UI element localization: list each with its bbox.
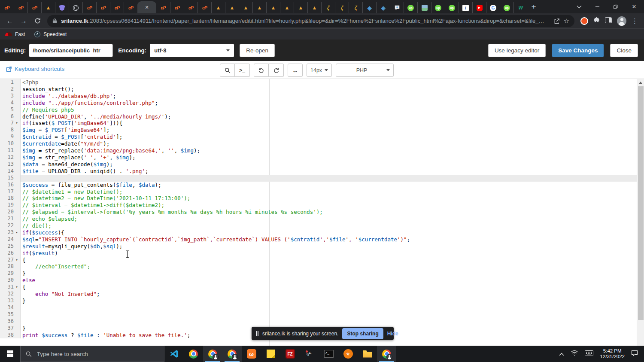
hide-banner-button[interactable]: Hide <box>387 331 398 337</box>
taskbar-app-vscode[interactable] <box>164 346 184 362</box>
code-line-22[interactable]: 22// die(); <box>0 222 637 229</box>
taskbar-app-chrome-profile[interactable] <box>203 346 222 362</box>
tab-cpanel[interactable]: cP <box>156 2 170 13</box>
code-line-30[interactable]: 30else <box>0 277 637 284</box>
code-line-26[interactable]: 26if($result) <box>0 250 637 257</box>
taskbar-app-terminal[interactable]: >_ <box>319 346 338 362</box>
code-line-19[interactable]: 19// $interval = $datetime1->diff($datet… <box>0 202 637 209</box>
fold-arrow-icon[interactable]: ▾ <box>14 229 20 236</box>
language-select[interactable]: PHP <box>336 64 394 77</box>
tab-shield[interactable] <box>55 2 69 13</box>
tab-fire[interactable]: ▲ <box>252 2 266 13</box>
code-line-34[interactable]: 34 <box>0 304 637 311</box>
keyboard-shortcuts-link[interactable]: Keyboard shortcuts <box>6 66 64 72</box>
code-line-31[interactable]: 31▾{ <box>0 284 637 291</box>
tab-youtube[interactable]: ▶ <box>472 2 486 13</box>
code-line-24[interactable]: 24$sql="INSERT INTO `hourly_capture`(`co… <box>0 236 637 243</box>
back-icon[interactable]: ← <box>4 15 15 27</box>
code-editor[interactable]: 1<?php2session_start();3include '../data… <box>0 79 637 346</box>
tab-google[interactable]: G <box>486 2 500 13</box>
code-line-5[interactable]: 5// Requires php5 <box>0 106 637 113</box>
code-line-23[interactable]: 23▾if($success){ <box>0 229 637 236</box>
tab-cpanel[interactable]: cP <box>82 2 96 13</box>
close-button[interactable]: Close <box>610 44 638 57</box>
tab-upwork[interactable]: up <box>500 2 513 13</box>
taskbar-app-filezilla[interactable]: FZ <box>280 346 300 362</box>
tab-cpanel[interactable]: cP <box>124 2 137 13</box>
taskbar-app-snipping-tool[interactable]: ✂ <box>300 346 319 362</box>
code-line-7[interactable]: 7▾if(isset($_POST['imgBase64'])){ <box>0 120 637 127</box>
taskbar-app-xampp[interactable]: ω <box>242 346 261 362</box>
scrollbar-thumb[interactable] <box>638 86 644 320</box>
bookmark-star-icon[interactable]: ☆ <box>564 17 569 25</box>
code-line-18[interactable]: 18// $datetime2 = new DateTime('2021-10-… <box>0 195 637 202</box>
tab-fire[interactable]: ▲ <box>225 2 239 13</box>
legacy-editor-button[interactable]: Use legacy editor <box>488 44 546 57</box>
action-center-icon[interactable] <box>631 350 638 358</box>
tab-fire[interactable]: ▲ <box>280 2 294 13</box>
editor-scrollbar[interactable] <box>637 79 644 346</box>
tab-cpanel[interactable]: cP <box>184 2 197 13</box>
taskbar-app-orange-burst[interactable]: * <box>338 346 358 362</box>
tab-fire[interactable]: ▲ <box>266 2 280 13</box>
code-line-10[interactable]: 10$currentdate=date("Y/m/d"); <box>0 140 637 147</box>
profile-avatar[interactable] <box>617 16 626 26</box>
tab-info[interactable]: i <box>459 2 472 13</box>
code-line-32[interactable]: 32 echo "Not Inserted"; <box>0 291 637 298</box>
minimize-button[interactable] <box>588 0 606 13</box>
code-line-13[interactable]: 13$data = base64_decode($img); <box>0 161 637 168</box>
lock-icon[interactable] <box>52 18 57 24</box>
code-line-11[interactable]: 11$img = str_replace('data:image/png;bas… <box>0 147 637 154</box>
tab-upwork[interactable]: up <box>445 2 459 13</box>
code-line-2[interactable]: 2session_start(); <box>0 86 637 93</box>
close-window-button[interactable]: ✕ <box>624 0 644 13</box>
tab-cpanel[interactable]: cP <box>110 2 124 13</box>
tab-fire[interactable]: ▲ <box>41 2 55 13</box>
tab-sinhala[interactable]: ζ <box>335 2 349 13</box>
reopen-button[interactable]: Re-open <box>240 44 275 57</box>
code-line-36[interactable]: 36 <box>0 318 637 325</box>
tab-cpanel[interactable]: cP <box>27 2 41 13</box>
fold-arrow-icon[interactable]: ▾ <box>14 257 20 264</box>
tab-cpanel[interactable]: cP <box>96 2 110 13</box>
taskbar-search-input[interactable] <box>36 350 159 358</box>
tab-bubble[interactable] <box>390 2 404 13</box>
maximize-button[interactable] <box>606 0 624 13</box>
new-tab-button[interactable]: + <box>527 0 540 13</box>
code-line-14[interactable]: 14$file = UPLOAD_DIR . uniqid() . '.png'… <box>0 168 637 175</box>
tab-upwork[interactable]: up <box>404 2 417 13</box>
code-line-28[interactable]: 28 //echo"Inserted"; <box>0 263 637 270</box>
code-line-15[interactable]: 15 <box>0 175 637 182</box>
tab-book[interactable]: ◈ <box>362 2 376 13</box>
touch-keyboard-icon[interactable] <box>585 350 593 358</box>
taskbar-app-chrome[interactable] <box>184 346 203 362</box>
tab-close-icon[interactable]: ✕ <box>145 5 149 10</box>
terminal-button[interactable]: >_ <box>235 64 250 77</box>
code-line-21[interactable]: 21// echo $elapsed; <box>0 216 637 222</box>
code-line-20[interactable]: 20// $elapsed = $interval->format('%y ye… <box>0 209 637 216</box>
tab-upwork[interactable]: up <box>431 2 445 13</box>
bookmark-fast[interactable]: Fast <box>5 31 25 37</box>
code-line-4[interactable]: 4include "../app/functions/controller.ph… <box>0 100 637 106</box>
taskbar-app-chrome-profile[interactable] <box>377 346 396 362</box>
code-line-1[interactable]: 1<?php <box>0 79 637 86</box>
extensions-puzzle-icon[interactable] <box>593 17 600 25</box>
code-line-27[interactable]: 27▾{ <box>0 257 637 264</box>
tab-photo[interactable] <box>417 2 431 13</box>
tab-fire[interactable]: ▲ <box>294 2 307 13</box>
taskbar-search-box[interactable] <box>20 346 164 362</box>
code-line-3[interactable]: 3include '../database/db.php'; <box>0 93 637 100</box>
tab-wstream[interactable]: W <box>513 2 527 13</box>
redo-button[interactable] <box>269 64 284 77</box>
scroll-up-arrow[interactable] <box>637 79 644 86</box>
stop-sharing-button[interactable]: Stop sharing <box>342 328 383 339</box>
undo-button[interactable] <box>254 64 269 77</box>
taskbar-app-sticky-notes[interactable] <box>261 346 280 362</box>
encoding-select[interactable]: utf-8 <box>150 44 234 57</box>
save-changes-button[interactable]: Save Changes <box>552 44 604 57</box>
tab-fire[interactable]: ▲ <box>211 2 225 13</box>
extension-icon-orange[interactable] <box>580 17 588 25</box>
code-line-9[interactable]: 9$cntratid = $_POST['cntratid']; <box>0 134 637 140</box>
bookmark-speedtest[interactable]: Speedtest <box>34 31 67 37</box>
code-line-6[interactable]: 6define('UPLOAD_DIR', '../media/hourly-i… <box>0 113 637 120</box>
